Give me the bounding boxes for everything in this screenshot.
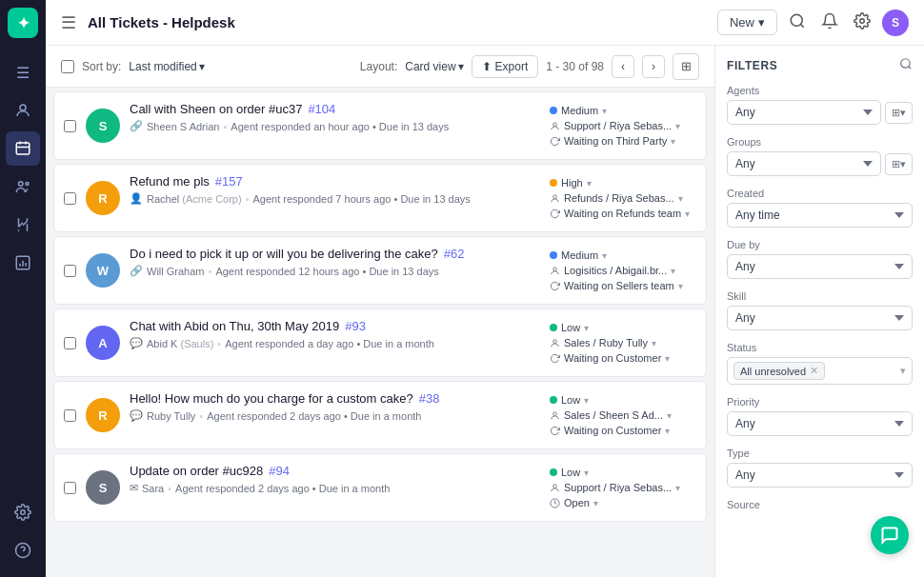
agents-filter-select[interactable]: Any [727, 100, 881, 125]
group-label: Support / Riya Sebas... [564, 120, 672, 131]
priority-chevron-icon: ▾ [584, 395, 589, 406]
priority-tag: Medium ▾ [550, 249, 691, 261]
ticket-number: #93 [345, 319, 366, 333]
table-row[interactable]: S Call with Sheen on order #uc37 #104 🔗 … [53, 91, 707, 160]
prev-page-button[interactable]: ‹ [612, 55, 634, 78]
agents-filter-extra[interactable]: ⊞▾ [885, 102, 913, 124]
created-filter-select[interactable]: Any time [727, 203, 913, 228]
priority-chevron-icon: ▾ [587, 178, 592, 189]
status-filter-container[interactable]: All unresolved ✕ ▾ [727, 357, 913, 385]
status-chevron-icon: ▾ [665, 426, 670, 436]
table-row[interactable]: R Refund me pls #157 👤 Rachel (Acme Corp… [53, 164, 707, 232]
ticket-right-5: Low ▾ Sales / Sheen S Ad... ▾ Waiting on… [534, 382, 706, 448]
status-dropdown-icon: ▾ [900, 365, 906, 377]
next-page-button[interactable]: › [642, 55, 665, 78]
status-tag-close-icon[interactable]: ✕ [810, 365, 818, 377]
sidebar-icon-people[interactable] [6, 169, 40, 204]
group-chevron-icon: ▾ [675, 121, 680, 131]
ticket-checkbox-6[interactable] [64, 482, 76, 494]
sidebar-icon-help[interactable] [6, 533, 40, 567]
filter-created: Created Any time [727, 188, 913, 228]
sort-chevron-icon: ▾ [199, 60, 205, 73]
priority-tag: High ▾ [550, 177, 691, 189]
hamburger-icon[interactable]: ☰ [61, 12, 76, 33]
ticket-title: Call with Sheen on order #uc37 [130, 102, 302, 116]
priority-label: Low [561, 394, 580, 406]
filter-status: Status All unresolved ✕ ▾ [727, 342, 913, 385]
apps-icon[interactable] [850, 9, 874, 37]
table-row[interactable]: R Hello! How much do you charge for a cu… [53, 381, 707, 449]
table-row[interactable]: W Do i need to pick it up or will you be… [53, 236, 707, 305]
priority-dot [550, 324, 557, 331]
sidebar-icon-reports[interactable] [6, 246, 40, 280]
group-chevron-icon: ▾ [667, 410, 672, 421]
ticket-list: S Call with Sheen on order #uc37 #104 🔗 … [46, 88, 714, 577]
search-icon[interactable] [785, 9, 810, 37]
groups-filter-extra[interactable]: ⊞▾ [885, 153, 913, 175]
table-row[interactable]: S Update on order #uc928 #94 ✉ Sara • Ag… [53, 453, 707, 522]
svg-point-9 [553, 122, 557, 126]
ticket-meta-icon: 🔗 [130, 120, 143, 132]
sidebar-icon-tickets[interactable] [6, 131, 40, 166]
layout-button[interactable]: Card view ▾ [405, 60, 463, 73]
status-label: Waiting on Sellers team [564, 280, 674, 291]
ticket-checkbox-3[interactable] [64, 265, 76, 277]
ticket-checkbox-2[interactable] [64, 192, 76, 205]
priority-chevron-icon: ▾ [602, 250, 607, 261]
ticket-agent-name: Sheen S Adrian [147, 121, 219, 132]
priority-dot [550, 107, 557, 114]
header: ☰ All Tickets - Helpdesk New ▾ S [46, 0, 924, 46]
notifications-icon[interactable] [817, 9, 842, 37]
status-filter-label: Status [727, 342, 913, 353]
fab-button[interactable] [871, 516, 909, 554]
chevron-down-icon: ▾ [758, 15, 765, 30]
ticket-right-2: High ▾ Refunds / Riya Sebas... ▾ Waiting… [534, 165, 706, 231]
sidebar-icon-settings[interactable] [6, 495, 40, 529]
svg-point-2 [19, 182, 24, 187]
sidebar-icon-menu[interactable]: ☰ [6, 55, 40, 90]
ticket-meta: 👤 Rachel (Acme Corp) • Agent responded 7… [130, 192, 534, 205]
groups-filter-select[interactable]: Any [727, 151, 881, 176]
priority-chevron-icon: ▾ [584, 468, 589, 478]
ticket-number: #94 [269, 464, 290, 478]
user-avatar[interactable]: S [882, 10, 909, 36]
filter-search-icon[interactable] [899, 57, 913, 73]
priority-filter-select[interactable]: Any [727, 411, 913, 436]
status-label: Waiting on Customer [564, 352, 661, 364]
sort-button[interactable]: Last modified ▾ [129, 60, 204, 73]
ticket-checkbox-1[interactable] [64, 120, 76, 132]
priority-label: Medium [561, 249, 598, 261]
skill-filter-select[interactable]: Any [727, 306, 913, 330]
priority-label: Medium [561, 105, 598, 116]
ticket-checkbox-4[interactable] [64, 337, 76, 349]
ticket-checkbox-area-4 [54, 309, 86, 376]
ticket-meta-detail: Agent responded 2 days ago • Due in a mo… [175, 483, 390, 494]
status-tag: Waiting on Sellers team ▾ [550, 280, 691, 291]
page-title: All Tickets - Helpdesk [88, 14, 706, 30]
toolbar: Sort by: Last modified ▾ Layout: Card vi… [46, 46, 714, 88]
group-chevron-icon: ▾ [671, 266, 675, 276]
ticket-checkbox-5[interactable] [64, 409, 76, 422]
ticket-meta-icon: 🔗 [130, 265, 143, 277]
export-button[interactable]: ⬆ Export [472, 55, 539, 78]
ticket-right-1: Medium ▾ Support / Riya Sebas... ▾ Waiti… [534, 92, 706, 159]
type-filter-select[interactable]: Any [727, 463, 913, 487]
ticket-checkbox-area-1 [54, 92, 86, 159]
sidebar-icon-contacts[interactable] [6, 93, 40, 128]
dueby-filter-label: Due by [727, 239, 913, 250]
select-all-checkbox[interactable] [61, 60, 74, 73]
svg-point-10 [553, 194, 557, 198]
table-row[interactable]: A Chat with Abid on Thu, 30th May 2019 #… [53, 308, 707, 377]
new-button[interactable]: New ▾ [717, 10, 777, 35]
filter-priority: Priority Any [727, 396, 913, 436]
svg-point-5 [21, 510, 26, 515]
grid-view-button[interactable]: ⊞ [673, 53, 699, 80]
priority-chevron-icon: ▾ [602, 106, 607, 116]
svg-point-0 [20, 105, 26, 110]
agents-filter-label: Agents [727, 85, 913, 96]
dueby-filter-select[interactable]: Any [727, 254, 913, 279]
sidebar-icon-merge[interactable] [6, 208, 40, 242]
pagination: 1 - 30 of 98 [546, 60, 604, 73]
group-tag: Sales / Sheen S Ad... ▾ [550, 409, 691, 421]
ticket-meta: 💬 Ruby Tully • Agent responded 2 days ag… [130, 409, 534, 422]
